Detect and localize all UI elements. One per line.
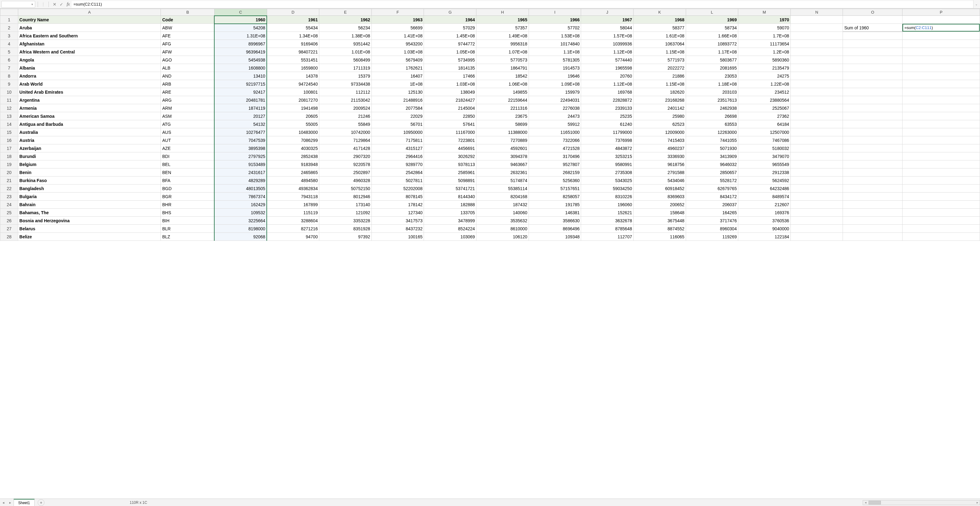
cell-O7[interactable] — [843, 64, 902, 72]
cell-P20[interactable] — [902, 168, 980, 177]
cell-G1[interactable]: 1964 — [424, 16, 476, 24]
cell-O17[interactable] — [843, 144, 902, 152]
cell-E26[interactable]: 3353228 — [319, 217, 372, 225]
cell-N20[interactable] — [791, 168, 843, 177]
cell-G2[interactable]: 57029 — [424, 24, 476, 32]
cell-M7[interactable]: 2135479 — [738, 64, 791, 72]
cell-O1[interactable] — [843, 16, 902, 24]
cell-I7[interactable]: 1914573 — [528, 64, 581, 72]
cell-A21[interactable]: Burkina Faso — [18, 177, 161, 185]
cell-O3[interactable] — [843, 32, 902, 40]
cell-M5[interactable]: 1.2E+08 — [738, 48, 791, 56]
cell-M28[interactable]: 122184 — [738, 233, 791, 241]
row-header[interactable]: 5 — [0, 48, 18, 56]
cell-K6[interactable]: 5771973 — [633, 56, 686, 64]
cell-F7[interactable]: 1762621 — [371, 64, 424, 72]
row-header[interactable]: 22 — [0, 185, 18, 193]
cell-E7[interactable]: 1711319 — [319, 64, 372, 72]
cell-P27[interactable] — [902, 225, 980, 233]
cell-C3[interactable]: 1.31E+08 — [214, 32, 267, 40]
cell-B19[interactable]: BEL — [161, 160, 214, 168]
cell-F26[interactable]: 3417573 — [371, 217, 424, 225]
cell-E28[interactable]: 97392 — [319, 233, 372, 241]
cell-F21[interactable]: 5027811 — [371, 177, 424, 185]
cell-I26[interactable]: 3586630 — [528, 217, 581, 225]
cell-D16[interactable]: 7086299 — [267, 136, 319, 144]
cell-G6[interactable]: 5734995 — [424, 56, 476, 64]
horizontal-scrollbar[interactable]: ◂ ▸ — [863, 500, 980, 505]
cell-E3[interactable]: 1.38E+08 — [319, 32, 372, 40]
cell-H28[interactable]: 106120 — [476, 233, 529, 241]
cell-F10[interactable]: 125130 — [371, 88, 424, 96]
cell-K25[interactable]: 158648 — [633, 209, 686, 217]
cell-K27[interactable]: 8874552 — [633, 225, 686, 233]
cell-H10[interactable]: 149855 — [476, 88, 529, 96]
cell-G4[interactable]: 9744772 — [424, 40, 476, 48]
cell-J17[interactable]: 4843872 — [581, 144, 633, 152]
scroll-right-icon[interactable]: ▸ — [975, 501, 980, 504]
cell-P25[interactable] — [902, 209, 980, 217]
col-header-A[interactable]: A — [18, 9, 161, 16]
cell-L27[interactable]: 8960304 — [686, 225, 738, 233]
cell-F15[interactable]: 10950000 — [371, 128, 424, 136]
cell-A27[interactable]: Belarus — [18, 225, 161, 233]
cell-B13[interactable]: ASM — [161, 112, 214, 120]
cell-F27[interactable]: 8437232 — [371, 225, 424, 233]
cell-O16[interactable] — [843, 136, 902, 144]
cell-A28[interactable]: Belize — [18, 233, 161, 241]
cell-B2[interactable]: ABW — [161, 24, 214, 32]
cell-N3[interactable] — [791, 32, 843, 40]
cell-M27[interactable]: 9040000 — [738, 225, 791, 233]
cell-P16[interactable] — [902, 136, 980, 144]
cell-C10[interactable]: 92417 — [214, 88, 267, 96]
cell-J27[interactable]: 8785648 — [581, 225, 633, 233]
cell-N2[interactable] — [791, 24, 843, 32]
col-header-J[interactable]: J — [581, 9, 633, 16]
cell-K10[interactable]: 182620 — [633, 88, 686, 96]
cell-A2[interactable]: Aruba — [18, 24, 161, 32]
cell-H12[interactable]: 2211316 — [476, 104, 529, 112]
cell-F5[interactable]: 1.03E+08 — [371, 48, 424, 56]
row-header[interactable]: 6 — [0, 56, 18, 64]
cell-K11[interactable]: 23168268 — [633, 96, 686, 104]
cell-N4[interactable] — [791, 40, 843, 48]
cell-M23[interactable]: 8489574 — [738, 193, 791, 201]
cell-M9[interactable]: 1.22E+08 — [738, 80, 791, 88]
cell-B8[interactable]: AND — [161, 72, 214, 80]
cell-G21[interactable]: 5098891 — [424, 177, 476, 185]
cell-H2[interactable]: 57357 — [476, 24, 529, 32]
cell-J16[interactable]: 7376998 — [581, 136, 633, 144]
cell-M3[interactable]: 1.7E+08 — [738, 32, 791, 40]
cell-J24[interactable]: 196060 — [581, 201, 633, 209]
scroll-left-icon[interactable]: ◂ — [863, 501, 868, 504]
col-header-P[interactable]: P — [902, 9, 980, 16]
cell-K1[interactable]: 1968 — [633, 16, 686, 24]
cell-N8[interactable] — [791, 72, 843, 80]
cell-H4[interactable]: 9956318 — [476, 40, 529, 48]
cell-B16[interactable]: AUT — [161, 136, 214, 144]
cell-B12[interactable]: ARM — [161, 104, 214, 112]
cell-O23[interactable] — [843, 193, 902, 201]
cell-P22[interactable] — [902, 185, 980, 193]
cell-B14[interactable]: ATG — [161, 120, 214, 128]
cell-B28[interactable]: BLZ — [161, 233, 214, 241]
cell-M4[interactable]: 11173654 — [738, 40, 791, 48]
cell-M14[interactable]: 64184 — [738, 120, 791, 128]
cell-I14[interactable]: 59912 — [528, 120, 581, 128]
cell-M10[interactable]: 234512 — [738, 88, 791, 96]
cell-E22[interactable]: 50752150 — [319, 185, 372, 193]
cell-B23[interactable]: BGR — [161, 193, 214, 201]
cell-P14[interactable] — [902, 120, 980, 128]
cell-D21[interactable]: 4894580 — [267, 177, 319, 185]
cell-A19[interactable]: Belgium — [18, 160, 161, 168]
cell-F3[interactable]: 1.41E+08 — [371, 32, 424, 40]
cell-J25[interactable]: 152621 — [581, 209, 633, 217]
enter-check-icon[interactable]: ✓ — [58, 1, 65, 8]
cell-D25[interactable]: 115119 — [267, 209, 319, 217]
cell-K18[interactable]: 3336930 — [633, 152, 686, 160]
cell-B21[interactable]: BFA — [161, 177, 214, 185]
cell-P26[interactable] — [902, 217, 980, 225]
cell-D5[interactable]: 98407221 — [267, 48, 319, 56]
cell-N18[interactable] — [791, 152, 843, 160]
cell-N19[interactable] — [791, 160, 843, 168]
